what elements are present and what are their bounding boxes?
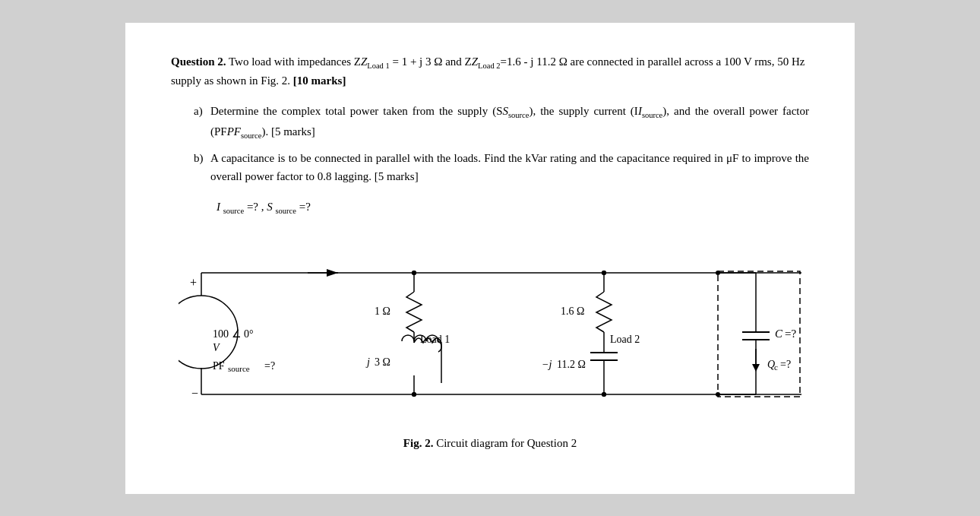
question-marks: [10 marks] (293, 74, 346, 87)
svg-text:=?: =? (264, 360, 275, 372)
circuit-svg: + − Load 1 1 Ω (179, 220, 801, 432)
svg-text:−j: −j (542, 359, 552, 370)
svg-point-49 (602, 271, 606, 275)
svg-point-52 (602, 392, 606, 397)
question-number: Question 2. (171, 55, 226, 68)
sub-b-label: b) (194, 149, 210, 185)
svg-text:=?: =? (780, 359, 791, 370)
svg-text:c: c (774, 362, 778, 372)
svg-point-50 (716, 271, 720, 275)
z-load1-val: = 1 + j 3 Ω and Z (390, 55, 472, 68)
svg-text:j: j (365, 356, 370, 368)
question-intro: Two load with impedances Z (229, 55, 361, 68)
svg-text:source: source (228, 364, 250, 373)
svg-text:−: − (191, 387, 198, 400)
sub-b-content: A capacitance is to be connected in para… (210, 149, 809, 185)
svg-text:Load 1: Load 1 (420, 334, 450, 345)
sub-item-a: a) Determine the complex total power tak… (194, 102, 809, 143)
svg-point-53 (716, 392, 720, 397)
svg-text:=?: =? (785, 328, 796, 340)
svg-text:C: C (775, 328, 783, 340)
z-load2-sub: Load 2 (478, 62, 500, 70)
page: Question 2. Two load with impedances ZZL… (125, 23, 855, 494)
sub-items: a) Determine the complex total power tak… (194, 102, 809, 185)
fig-caption-bold: Fig. 2. (403, 437, 434, 449)
z-load2-sym: Z (472, 55, 478, 68)
svg-text:11.2 Ω: 11.2 Ω (557, 359, 586, 370)
svg-point-48 (412, 271, 416, 275)
svg-text:Load 2: Load 2 (610, 334, 640, 345)
z-load1-sym: Z (361, 55, 367, 68)
fig-caption-text: Circuit diagram for Question 2 (433, 437, 577, 449)
svg-point-51 (412, 392, 416, 397)
svg-text:1.6 Ω: 1.6 Ω (561, 305, 584, 317)
sub-item-b: b) A capacitance is to be connected in p… (194, 149, 809, 185)
svg-text:PF: PF (213, 360, 225, 372)
z-load1-sub: Load 1 (367, 62, 389, 70)
question-text: Question 2. Two load with impedances ZZL… (171, 53, 809, 90)
svg-marker-39 (752, 364, 760, 372)
svg-text:1 Ω: 1 Ω (375, 305, 390, 317)
circuit-label: I source =? , S source =? (217, 201, 809, 215)
svg-text:3 Ω: 3 Ω (375, 356, 390, 368)
figure-caption: Fig. 2. Circuit diagram for Question 2 (171, 437, 809, 450)
sub-a-content: Determine the complex total power taken … (210, 102, 809, 143)
svg-text:+: + (190, 276, 197, 289)
sub-a-label: a) (194, 102, 210, 143)
svg-text:100 ∠ 0°: 100 ∠ 0° (213, 328, 254, 340)
circuit-container: + − Load 1 1 Ω (179, 220, 801, 432)
svg-text:V: V (213, 342, 220, 353)
